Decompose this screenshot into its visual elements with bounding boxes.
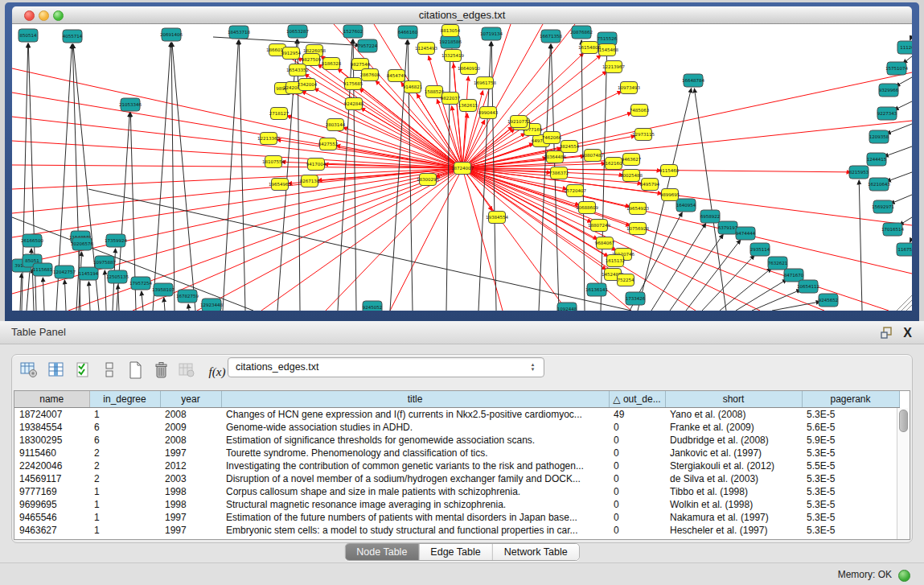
network-node[interactable]: 1115681 — [33, 263, 53, 276]
network-node[interactable]: 12973115 — [632, 129, 655, 141]
table-settings-button[interactable] — [18, 361, 39, 382]
table-panel-header[interactable]: Table Panel X — [0, 321, 924, 344]
network-node[interactable]: 19218586 — [439, 35, 462, 48]
table-row[interactable]: 969969511998Structural magnetic resonanc… — [14, 498, 899, 511]
network-node[interactable]: 26166500 — [21, 234, 43, 247]
network-node[interactable]: 8267130 — [300, 175, 320, 187]
new-column-button[interactable] — [125, 361, 146, 382]
network-node[interactable]: 16648784 — [682, 74, 704, 87]
network-node[interactable]: 10973493 — [618, 82, 640, 94]
network-node[interactable]: 10654112 — [797, 280, 819, 293]
network-node[interactable]: 9227343 — [877, 107, 897, 120]
network-node[interactable]: 16671358 — [540, 30, 562, 43]
network-node[interactable]: 9175685 — [343, 78, 363, 90]
show-columns-button[interactable] — [46, 361, 67, 382]
network-node[interactable]: 10025488 — [620, 170, 643, 182]
network-node[interactable]: 116753 — [897, 243, 912, 256]
network-node[interactable]: 16543352 — [286, 64, 309, 76]
column-header-title[interactable]: title — [221, 391, 609, 408]
network-node[interactable]: 16210643 — [868, 178, 890, 191]
table-scrollbar-thumb[interactable] — [899, 410, 908, 432]
table-row[interactable]: 911546021997Tourette syndrome. Phenomeno… — [14, 447, 899, 459]
network-node[interactable]: 15751074 — [885, 62, 908, 75]
network-node[interactable]: 18300295 — [417, 174, 439, 186]
network-node[interactable]: 15692971 — [872, 200, 894, 213]
network-node[interactable]: 10653287 — [286, 25, 309, 38]
network-node[interactable]: 7462066 — [542, 132, 562, 144]
network-node[interactable]: 8990443 — [478, 107, 499, 119]
network-node[interactable]: 6466160 — [398, 26, 418, 39]
network-node[interactable]: 19210772 — [507, 116, 530, 128]
delete-column-button[interactable] — [150, 361, 171, 382]
network-node[interactable]: 17359924 — [105, 234, 127, 247]
network-node[interactable]: 9115460 — [659, 165, 680, 177]
network-node[interactable]: 10756928 — [626, 223, 649, 235]
network-node[interactable]: 17957254 — [129, 277, 152, 290]
network-node[interactable]: 1640954 — [676, 199, 696, 212]
network-node[interactable]: 11245493 — [415, 43, 437, 55]
network-node[interactable]: 12213967 — [602, 61, 625, 73]
network-node[interactable]: 1209358 — [869, 130, 889, 143]
column-header-in_degree[interactable]: in_degree — [89, 391, 160, 408]
network-node[interactable]: 2342004 — [298, 79, 318, 91]
network-node[interactable]: 8427552 — [318, 138, 339, 150]
network-node[interactable]: 850514 — [18, 29, 38, 42]
network-node[interactable]: 12505135 — [106, 270, 129, 283]
network-node[interactable]: 2935114 — [750, 243, 770, 256]
network-node[interactable]: 9146821 — [403, 81, 423, 93]
network-canvas[interactable]: 8505144055714206914061845371810653287152… — [12, 24, 912, 311]
network-node[interactable]: 9245652 — [819, 294, 839, 307]
memory-status-icon[interactable] — [898, 570, 910, 582]
column-header-pagerank[interactable]: pagerank — [802, 391, 899, 408]
network-node[interactable]: 13958107 — [152, 283, 175, 296]
canvas-resize-grip[interactable] — [897, 295, 912, 311]
network-node[interactable]: 20876862 — [570, 26, 593, 39]
network-node[interactable]: 4055714 — [63, 30, 83, 43]
network-node[interactable]: 9329966 — [879, 84, 899, 97]
table-row[interactable]: 946554611997Estimation of the future num… — [14, 511, 899, 524]
table-chooser-dropdown[interactable]: citations_edges.txt ▲▼ — [228, 357, 544, 377]
float-window-icon[interactable] — [880, 326, 893, 340]
network-node[interactable]: 8186328 — [322, 58, 342, 70]
table-row[interactable]: 946362711997Embryonic stem cells: a mode… — [14, 524, 899, 537]
network-node[interactable]: 1733426 — [626, 292, 646, 305]
table-row[interactable]: 1872400712008Changes of HCN gene express… — [14, 408, 899, 422]
network-node[interactable]: 19384554 — [486, 212, 508, 224]
network-node[interactable]: 7632621 — [768, 257, 788, 270]
network-node[interactable]: 17016514 — [881, 223, 904, 236]
network-node[interactable]: 1244415 — [867, 153, 887, 166]
network-node[interactable]: 18453718 — [228, 26, 250, 39]
network-node[interactable]: 8454749 — [387, 70, 407, 82]
network-node[interactable]: 19654923 — [626, 203, 649, 215]
network-node[interactable]: 6958922 — [700, 210, 721, 223]
table-row[interactable]: 1456911722003Disruption of a novel membe… — [14, 472, 899, 485]
table-row[interactable]: 977716911998Corpus callosum shape and si… — [14, 485, 899, 498]
network-node[interactable]: 16782759 — [176, 290, 199, 303]
network-node[interactable]: 2718127 — [269, 108, 290, 120]
network-node[interactable]: 18807249 — [588, 220, 610, 232]
network-node[interactable]: 7386372 — [549, 167, 569, 179]
network-node[interactable]: 9684067 — [595, 237, 615, 249]
network-node[interactable]: 12923448 — [200, 299, 223, 311]
tab-node-table[interactable]: Node Table — [345, 544, 419, 560]
network-node[interactable]: 20206576 — [71, 237, 93, 250]
network-node[interactable]: 8813054 — [441, 25, 461, 37]
network-node[interactable]: 8215953 — [849, 166, 869, 179]
network-node[interactable]: 18724007 — [451, 163, 474, 175]
network-node[interactable]: 7957224 — [358, 39, 378, 52]
network-node[interactable]: 1615132 — [606, 255, 626, 267]
select-rows-button[interactable] — [73, 361, 94, 382]
column-header-short[interactable]: short — [665, 391, 802, 408]
network-node[interactable]: 8912954 — [281, 47, 302, 60]
network-node[interactable]: 7485063 — [630, 105, 650, 117]
network-node[interactable]: 752254 — [618, 274, 634, 286]
network-node[interactable]: 1145194 — [79, 267, 99, 280]
network-node[interactable]: 12042757 — [53, 266, 76, 278]
network-node[interactable]: 9242848 — [344, 98, 364, 110]
network-node[interactable]: 9417004 — [306, 159, 326, 171]
tab-network-table[interactable]: Network Table — [493, 544, 579, 560]
network-node[interactable]: 1092448 — [557, 303, 577, 311]
network-node[interactable]: 21053346 — [119, 98, 142, 111]
network-node[interactable]: 10688609 — [576, 202, 598, 214]
column-header-name[interactable]: name — [14, 391, 89, 408]
